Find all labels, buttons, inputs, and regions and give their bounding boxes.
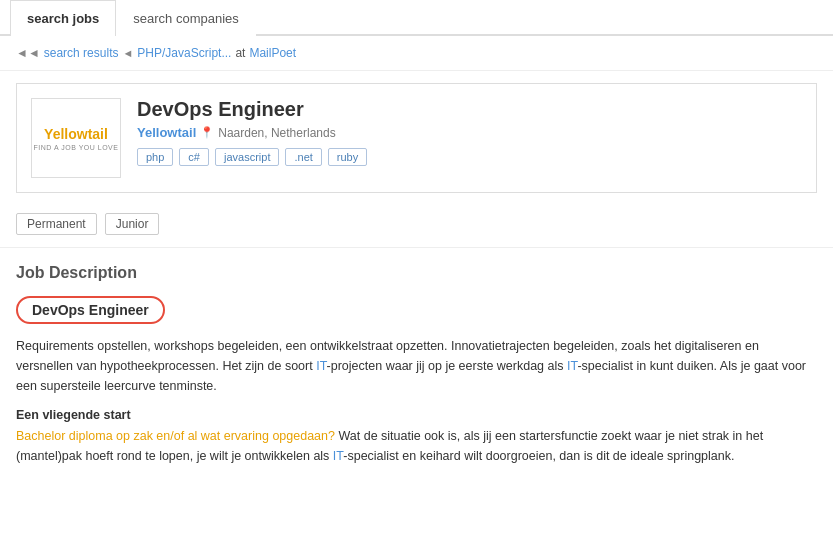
company-location: Yellowtail 📍 Naarden, Netherlands — [137, 125, 802, 140]
job-list-link[interactable]: PHP/JavaScript... — [137, 46, 231, 60]
job-info: DevOps Engineer Yellowtail 📍 Naarden, Ne… — [137, 98, 802, 166]
company-name[interactable]: Yellowtail — [137, 125, 196, 140]
jd-it-2: IT — [567, 359, 577, 373]
jd-it-3: IT — [333, 449, 343, 463]
jd-it-1: IT — [316, 359, 326, 373]
logo-text: Yellowtail — [44, 126, 108, 142]
at-text: at — [235, 46, 245, 60]
search-results-link[interactable]: search results — [44, 46, 119, 60]
breadcrumb-separator: ◄ — [122, 47, 133, 59]
logo-sub-text: FIND A JOB YOU LOVE — [34, 144, 119, 151]
tag-javascript[interactable]: javascript — [215, 148, 279, 166]
tags-list: php c# javascript .net ruby — [137, 148, 802, 166]
job-title: DevOps Engineer — [137, 98, 802, 121]
jd-subtitle: Een vliegende start — [16, 408, 817, 422]
tab-search-companies[interactable]: search companies — [116, 0, 256, 36]
breadcrumb: ◄◄ search results ◄ PHP/JavaScript... at… — [0, 36, 833, 71]
company-logo: Yellowtail FIND A JOB YOU LOVE — [31, 98, 121, 178]
tag-ruby[interactable]: ruby — [328, 148, 367, 166]
tag-dotnet[interactable]: .net — [285, 148, 321, 166]
tab-search-jobs[interactable]: search jobs — [10, 0, 116, 36]
location-text: Naarden, Netherlands — [218, 126, 335, 140]
double-arrow-icon: ◄◄ — [16, 46, 40, 60]
badge-permanent: Permanent — [16, 213, 97, 235]
jd-orange-text: Bachelor diploma op zak en/of al wat erv… — [16, 429, 335, 443]
jd-paragraph2: Bachelor diploma op zak en/of al wat erv… — [16, 426, 817, 466]
badge-junior: Junior — [105, 213, 160, 235]
location-icon: 📍 — [200, 126, 214, 139]
jd-highlighted-title: DevOps Engineer — [16, 296, 165, 324]
badges-row: Permanent Junior — [0, 205, 833, 248]
job-card: Yellowtail FIND A JOB YOU LOVE DevOps En… — [16, 83, 817, 193]
company-breadcrumb-link[interactable]: MailPoet — [249, 46, 296, 60]
jd-paragraph1: Requirements opstellen, workshops begele… — [16, 336, 817, 396]
job-description: Job Description DevOps Engineer Requirem… — [0, 248, 833, 494]
tabs-bar: search jobs search companies — [0, 0, 833, 36]
jd-section-title: Job Description — [16, 264, 817, 282]
tag-php[interactable]: php — [137, 148, 173, 166]
tag-csharp[interactable]: c# — [179, 148, 209, 166]
